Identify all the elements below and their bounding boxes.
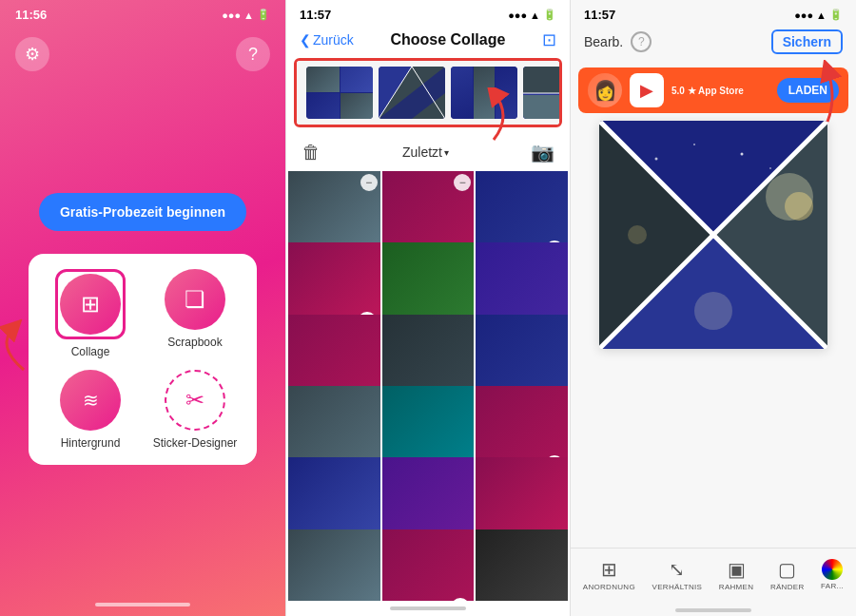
- collage-template-2[interactable]: [379, 67, 445, 119]
- panel2-title: Choose Collage: [390, 31, 505, 48]
- hintergrund-label: Hintergrund: [61, 436, 121, 450]
- wifi-icon: ▲: [243, 10, 254, 21]
- anordnung-label: ANORDNUNG: [583, 583, 635, 591]
- tool-verhaeltnis[interactable]: ⤡ VERHÄLTNIS: [652, 558, 703, 591]
- bottom-toolbar: ⊞ ANORDNUNG ⤡ VERHÄLTNIS ▣ RAHMEN ▢ RÄND…: [571, 548, 856, 605]
- panel2-time: 11:57: [300, 8, 331, 22]
- panel3-navbar: Bearb. ? Sichern: [571, 26, 856, 60]
- panel-2: 11:57 ●●● ▲ 🔋 ❮ Zurück Choose Collage ⊡: [285, 0, 571, 616]
- tool-anordnung[interactable]: ⊞ ANORDNUNG: [583, 558, 635, 591]
- panel2-status-icons: ●●● ▲ 🔋: [508, 9, 556, 21]
- help-icon[interactable]: ?: [236, 37, 270, 71]
- back-button[interactable]: ❮ Zurück: [300, 32, 354, 48]
- sort-label: Zuletzt: [402, 144, 442, 160]
- remove-button[interactable]: −: [360, 174, 378, 191]
- panel3-statusbar: 11:57 ●●● ▲ 🔋: [571, 0, 856, 26]
- svg-point-18: [741, 153, 744, 156]
- svg-rect-8: [523, 95, 561, 119]
- panel3-time: 11:57: [584, 8, 615, 22]
- arrow-sichern: [780, 60, 846, 126]
- back-label: Zurück: [313, 32, 354, 48]
- signal-icon-p2: ●●●: [508, 10, 527, 21]
- collage-preview[interactable]: [599, 121, 827, 349]
- svg-point-24: [694, 292, 732, 330]
- home-indicator: [95, 603, 190, 606]
- sichern-button[interactable]: Sichern: [771, 29, 843, 54]
- panel3-status-icons: ●●● ▲ 🔋: [794, 9, 843, 21]
- panel3-nav-left: Bearb. ?: [584, 31, 652, 52]
- photo-grid: − − 1 1: [286, 169, 570, 601]
- arrow-template: [465, 87, 522, 144]
- battery-icon-p2: 🔋: [543, 9, 556, 21]
- photo-cell[interactable]: [476, 529, 568, 601]
- ad-avatar: 👩: [588, 73, 622, 107]
- arrow-collage: [0, 318, 33, 375]
- panel3-home-indicator: [571, 605, 856, 616]
- panel3-preview: 👩 ▶ 5.0 ★ App Store LADEN: [571, 60, 856, 548]
- sticker-designer-icon: ✂: [165, 370, 225, 431]
- tool-raender[interactable]: ▢ RÄNDER: [770, 558, 805, 591]
- grid-toolbar: 🗑 Zuletzt ▾ 📷: [286, 135, 570, 169]
- collage-label: Collage: [71, 345, 110, 358]
- signal-icon: ●●●: [222, 10, 241, 21]
- wifi-icon-p3: ▲: [816, 10, 827, 21]
- ad-app-icon: ▶: [630, 73, 664, 107]
- menu-item-scrapbook[interactable]: ❏ Scrapbook: [148, 269, 242, 358]
- rahmen-icon: ▣: [728, 558, 746, 581]
- tool-rahmen[interactable]: ▣ RAHMEN: [719, 558, 753, 591]
- battery-icon-p3: 🔋: [829, 9, 843, 21]
- battery-icon: 🔋: [257, 9, 270, 21]
- photo-cell[interactable]: −: [382, 529, 475, 601]
- collage-template-1[interactable]: [306, 67, 373, 119]
- panel1-top-icons: ⚙ ?: [0, 29, 285, 79]
- expand-icon[interactable]: ⊡: [542, 29, 556, 50]
- photo-cell[interactable]: [288, 529, 380, 601]
- delete-icon[interactable]: 🗑: [302, 142, 321, 164]
- svg-point-22: [785, 192, 813, 221]
- verhaeltnis-label: VERHÄLTNIS: [652, 583, 703, 591]
- ad-title-label: 5.0 ★ App Store: [671, 86, 769, 96]
- collage-template-4[interactable]: [523, 67, 562, 119]
- camera-icon[interactable]: 📷: [531, 141, 554, 164]
- trial-button[interactable]: Gratis-Probezeit beginnen: [39, 193, 246, 231]
- panel-3: 11:57 ●●● ▲ 🔋 Bearb. ? Sichern: [571, 0, 856, 616]
- menu-item-sticker-designer[interactable]: ✂ Sticker-Designer: [148, 370, 242, 450]
- signal-icon-p3: ●●●: [794, 10, 813, 21]
- raender-icon: ▢: [778, 558, 796, 581]
- sticker-designer-label: Sticker-Designer: [153, 436, 238, 450]
- panel1-time: 11:56: [15, 8, 47, 22]
- svg-point-17: [693, 144, 695, 145]
- raender-label: RÄNDER: [770, 583, 805, 591]
- sort-selector[interactable]: Zuletzt ▾: [402, 144, 449, 160]
- ad-text: 5.0 ★ App Store: [671, 86, 769, 96]
- panel-1: 11:56 ●●● ▲ 🔋 ⚙ ? Gratis-Probezeit begin…: [0, 0, 285, 616]
- rahmen-label: RAHMEN: [719, 583, 753, 591]
- settings-icon[interactable]: ⚙: [15, 37, 49, 71]
- svg-point-26: [628, 225, 647, 244]
- panel1-status-icons: ●●● ▲ 🔋: [222, 9, 270, 21]
- panel2-statusbar: 11:57 ●●● ▲ 🔋: [286, 0, 570, 26]
- panel2-navbar: ❮ Zurück Choose Collage ⊡: [286, 26, 570, 58]
- anordnung-icon: ⊞: [601, 558, 617, 581]
- svg-point-19: [769, 167, 771, 169]
- scrapbook-label: Scrapbook: [167, 336, 222, 349]
- verhaeltnis-icon: ⤡: [669, 558, 685, 581]
- panel2-home-indicator: [286, 601, 570, 616]
- collage-icon: ⊞: [60, 274, 121, 335]
- help-button[interactable]: ?: [631, 31, 652, 52]
- panel2-arrow-container: 🗑 Zuletzt ▾ 📷: [286, 135, 570, 169]
- chevron-left-icon: ❮: [300, 32, 311, 48]
- panel1-statusbar: 11:56 ●●● ▲ 🔋: [0, 0, 285, 29]
- menu-card: ⊞ Collage ❏ Scrapbook ≋ Hintergrund ✂ St…: [29, 254, 257, 465]
- hintergrund-icon: ≋: [60, 370, 121, 431]
- svg-point-16: [655, 158, 658, 161]
- wifi-icon-p2: ▲: [530, 10, 540, 21]
- tool-farbe[interactable]: FAR...: [821, 559, 844, 590]
- menu-item-collage[interactable]: ⊞ Collage: [44, 269, 137, 358]
- farbe-label: FAR...: [821, 582, 844, 590]
- scrapbook-icon: ❏: [165, 269, 225, 330]
- menu-item-hintergrund[interactable]: ≋ Hintergrund: [44, 370, 137, 450]
- svg-rect-6: [523, 67, 561, 93]
- bearbeiten-label: Bearb.: [584, 34, 623, 49]
- panel3-nav-right: Sichern: [771, 29, 843, 54]
